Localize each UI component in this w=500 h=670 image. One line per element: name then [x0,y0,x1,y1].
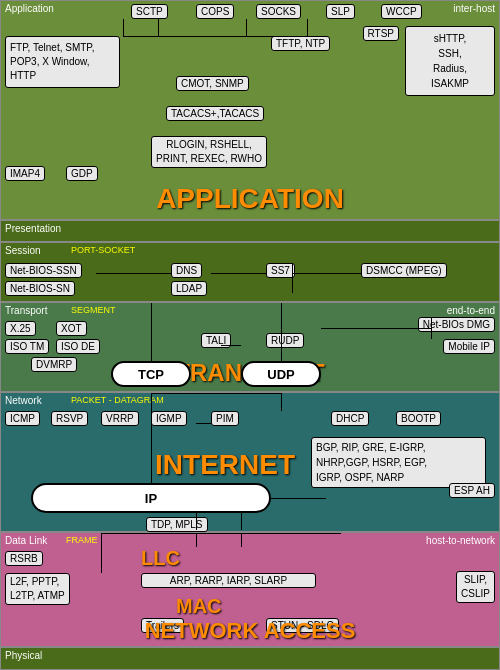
line-app-v1 [123,19,124,36]
datalink-sublabel: FRAME [66,535,98,545]
rlogin-box: RLOGIN, RSHELL,PRINT, REXEC, RWHO [151,136,267,168]
session-layer: Session PORT-SOCKET Net-BIOS-SSN Net-BIO… [0,242,500,302]
line-esp-h [271,498,326,499]
dsmcc-box: DSMCC (MPEG) [361,263,447,278]
socks-box: SOCKS [256,4,301,19]
transport-label: Transport [5,305,47,316]
session-sublabel: PORT-SOCKET [71,245,135,255]
line-net-h1 [196,423,211,424]
igmp-box: IGMP [151,411,187,426]
x25-box: X.25 [5,321,36,336]
shttp-box: sHTTP,SSH,Radius,ISAKMP [405,26,495,96]
vrrp-box: VRRP [101,411,139,426]
internet-bigtext: INTERNET [155,449,295,481]
network-layer: Network PACKET - DATAGRAM INTERNET ICMP … [0,392,500,532]
slp-box: SLP [326,4,355,19]
l2f-box: L2F, PPTP,L2TP, ATMP [5,573,70,605]
netbios-dmg-box: Net-BIOs DMG [418,317,495,332]
line-right-h [321,328,431,329]
line-sctp [158,19,159,36]
inter-host-label: inter-host [453,3,495,14]
ldap-box: LDAP [171,281,207,296]
rsrb-box: RSRB [5,551,43,566]
pim-box: PIM [211,411,239,426]
physical-layer: Physical [0,647,500,670]
cops-box: COPS [196,4,234,19]
datalink-layer: Data Link FRAME host-to-network RSRB L2F… [0,532,500,647]
line-net-v3 [196,513,197,530]
host-to-network-label: host-to-network [426,535,495,546]
line-net-v2 [281,393,282,411]
line-dl-v1 [196,533,197,547]
line-tcp-v [151,303,152,361]
icmp-box: ICMP [5,411,40,426]
rtsp-box: RTSP [363,26,400,41]
line-dl-v3 [101,533,102,573]
ss7-box: SS7 [266,263,295,278]
slip-box: SLIP,CSLIP [456,571,495,603]
ip-box: IP [31,483,271,513]
dhcp-box: DHCP [331,411,369,426]
arp-box: ARP, RARP, IARP, SLARP [141,573,316,588]
esp-ah-box: ESP AH [449,483,495,498]
line-app-h1 [123,36,308,37]
application-label: Application [5,3,54,14]
line-sess-h1 [96,273,171,274]
line-app-v2 [246,19,247,36]
wccp-box: WCCP [381,4,422,19]
line-tali-h [221,345,241,346]
tcp-box: TCP [111,361,191,387]
line-udp-v [281,303,282,361]
imap4-box: IMAP4 [5,166,45,181]
line-sess-v1 [292,263,293,293]
dvmrp-box: DVMRP [31,357,77,372]
session-label: Session [5,245,41,256]
cmot-box: CMOT, SNMP [176,76,249,91]
udp-box: UDP [241,361,321,387]
mac-text: MAC [176,595,222,618]
ftp-box: FTP, Telnet, SMTP,POP3, X Window,HTTP [5,36,120,88]
isode-box: ISO DE [56,339,100,354]
presentation-label: Presentation [5,223,61,234]
line-sess-h2 [211,273,266,274]
isotm-box: ISO TM [5,339,49,354]
transport-layer: Transport SEGMENT end-to-end TRANSPORT X… [0,302,500,392]
line-app-v3 [307,19,308,36]
line-net-v4 [241,513,242,530]
tdp-mpls-box: TDP, MPLS [146,517,208,532]
bootp-box: BOOTP [396,411,441,426]
llc-text: LLC [141,547,180,570]
bgp-box: BGP, RIP, GRE, E-IGRP,NHRP,GGP, HSRP, EG… [311,437,486,488]
application-layer: Application inter-host APPLICATION SCTP … [0,0,500,220]
line-dl-v2 [241,533,242,547]
application-bigtext: APPLICATION [156,183,344,215]
line-sess-h3 [292,273,362,274]
netbios-ssn-box: Net-BIOS-SSN [5,263,82,278]
sctp-box: SCTP [131,4,168,19]
gdp-box: GDP [66,166,98,181]
network-label: Network [5,395,42,406]
xot-box: XOT [56,321,87,336]
line-net-h-top [151,393,281,394]
tftp-box: TFTP, NTP [271,36,330,51]
line-net-v1 [151,393,152,483]
network-sublabel: PACKET - DATAGRAM [71,395,164,405]
physical-label: Physical [5,650,42,661]
rsvp-box: RSVP [51,411,88,426]
dns-box: DNS [171,263,202,278]
presentation-layer: Presentation [0,220,500,242]
line-right-v [431,317,432,339]
line-dl-h-top [101,533,341,534]
end-to-end-label: end-to-end [447,305,495,316]
datalink-label: Data Link [5,535,47,546]
transport-sublabel: SEGMENT [71,305,116,315]
tacacs-box: TACACS+,TACACS [166,106,264,121]
network-access-text: NETWORK ACCESS [145,618,356,644]
mobile-ip-box: Mobile IP [443,339,495,354]
rudp-box: RUDP [266,333,304,348]
netbios-sn-box: Net-BIOS-SN [5,281,75,296]
